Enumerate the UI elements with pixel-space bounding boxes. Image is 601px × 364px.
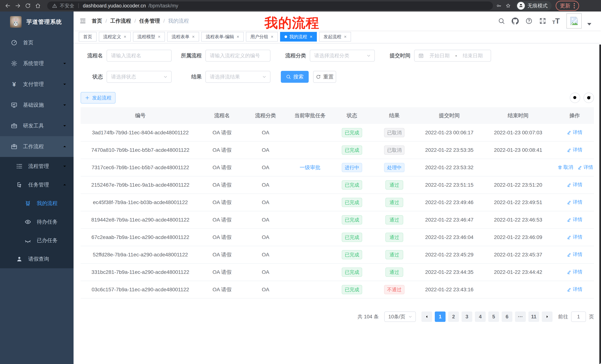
- help-icon[interactable]: [525, 17, 533, 25]
- primary-tag: 处理中: [384, 163, 404, 172]
- breadcrumb-item-home[interactable]: 首页: [92, 18, 102, 25]
- next-page-button[interactable]: [542, 312, 552, 322]
- process-table: 编号流程名流程分类当前审批任务状态结果提交时间结束时间操作 3ad174fb-7…: [80, 107, 594, 298]
- action-detail-link[interactable]: 详情: [567, 129, 582, 136]
- chevron-down-icon: [62, 82, 67, 87]
- refresh-table-button[interactable]: [583, 93, 594, 103]
- action-detail-link[interactable]: 详情: [567, 199, 582, 205]
- page-size-select[interactable]: 10条/页: [384, 312, 416, 322]
- key-icon[interactable]: [496, 2, 502, 9]
- action-detail-link[interactable]: 详情: [567, 216, 582, 223]
- page-1-button[interactable]: 1: [435, 312, 446, 322]
- bookmark-star-icon[interactable]: [505, 2, 511, 9]
- sidebar-item-process-mgmt[interactable]: 流程管理: [0, 157, 74, 175]
- security-warning-icon: [52, 3, 57, 8]
- sidebar-item-devtools[interactable]: 研发工具: [0, 115, 74, 136]
- sidebar-item-task-mgmt[interactable]: 任务管理: [0, 175, 74, 194]
- app-logo[interactable]: 🐰 芋道管理系统: [0, 11, 74, 32]
- start-process-button[interactable]: 发起流程: [80, 92, 116, 104]
- result-select[interactable]: 请选择流结果: [205, 71, 270, 83]
- action-cancel-link[interactable]: 取消: [558, 164, 573, 171]
- action-detail-link[interactable]: 详情: [567, 286, 582, 293]
- sidebar-item-workflow[interactable]: 工作流程: [0, 136, 74, 157]
- browser-update-button[interactable]: 更新: [556, 1, 579, 11]
- tab-close-icon[interactable]: ×: [192, 35, 195, 39]
- page-11-button[interactable]: 11: [528, 312, 539, 322]
- tab-close-icon[interactable]: ×: [158, 35, 160, 39]
- toggle-search-button[interactable]: [570, 93, 580, 103]
- reload-icon[interactable]: [24, 2, 31, 10]
- top-navbar: 首页 / 工作流程 / 任务管理 / 我的流程 TT: [74, 11, 601, 30]
- sidebar-item-leave-query[interactable]: 请假查询: [0, 250, 74, 268]
- tab-home[interactable]: 首页: [79, 32, 97, 42]
- search-icon[interactable]: [497, 17, 506, 25]
- tab-close-icon[interactable]: ×: [237, 35, 239, 39]
- prev-page-button[interactable]: [421, 312, 432, 322]
- tab-process-model[interactable]: 流程模型×: [133, 32, 165, 42]
- cell-process-name: OA 请假: [200, 124, 244, 141]
- sidebar-item-infra[interactable]: 基础设施: [0, 95, 74, 115]
- home-icon[interactable]: [34, 2, 42, 10]
- approve-task-link[interactable]: 一级审批: [300, 164, 320, 170]
- goto-page-input[interactable]: [571, 312, 586, 322]
- status-select[interactable]: 请选择状态: [107, 71, 172, 83]
- sidebar-item-done-tasks[interactable]: 已办任务: [0, 231, 74, 250]
- tab-user-group[interactable]: 用户分组×: [246, 32, 278, 42]
- address-bar[interactable]: 不安全 dashboard.yudao.iocoder.cn/bpm/task/…: [47, 1, 493, 10]
- incognito-badge[interactable]: 无痕模式: [516, 1, 551, 10]
- reset-button[interactable]: 重置: [313, 71, 336, 83]
- cell-id: 7317cec6-7b9b-11ec-b5b7-acde48001122: [80, 159, 200, 176]
- tab-close-icon[interactable]: ×: [310, 35, 312, 39]
- list-icon: [16, 163, 23, 170]
- briefcase-icon: [10, 143, 18, 150]
- avatar-caret-icon[interactable]: [587, 23, 591, 25]
- sidebar-item-payment[interactable]: ¥支付管理: [0, 74, 74, 95]
- tab-start-process[interactable]: 发起流程×: [319, 32, 351, 42]
- tab-close-icon[interactable]: ×: [124, 35, 126, 39]
- page-5-button[interactable]: 5: [488, 312, 499, 322]
- window-edge-scrollbar[interactable]: [599, 45, 601, 364]
- tab-process-form-edit[interactable]: 流程表单-编辑×: [201, 32, 244, 42]
- font-size-icon[interactable]: TT: [552, 17, 560, 25]
- process-definition-input[interactable]: [210, 53, 266, 59]
- action-detail-link[interactable]: 详情: [567, 147, 582, 153]
- page-ellipsis-button[interactable]: ···: [515, 312, 526, 322]
- action-detail-link[interactable]: 详情: [578, 164, 593, 171]
- page-4-button[interactable]: 4: [475, 312, 486, 322]
- url-host: dashboard.yudao.iocoder.cn: [83, 3, 146, 9]
- process-category-select[interactable]: 请选择流程分类: [310, 50, 375, 62]
- breadcrumb-item-workflow[interactable]: 工作流程: [110, 18, 131, 25]
- process-name-input[interactable]: [111, 53, 167, 59]
- search-button[interactable]: 搜索: [281, 71, 309, 83]
- sidebar: 🐰 芋道管理系统 首页系统管理¥支付管理基础设施研发工具工作流程流程管理任务管理…: [0, 11, 74, 364]
- action-detail-link[interactable]: 详情: [567, 182, 582, 188]
- github-icon[interactable]: [511, 17, 519, 25]
- avatar[interactable]: [566, 13, 582, 29]
- browser-menu-icon[interactable]: [574, 3, 575, 8]
- edit-icon: [578, 165, 582, 170]
- submit-time-range-picker[interactable]: 开始日期 - 结束日期: [414, 50, 491, 62]
- breadcrumb-item-task-mgmt[interactable]: 任务管理: [139, 18, 160, 25]
- page-6-button[interactable]: 6: [502, 312, 512, 322]
- page-3-button[interactable]: 3: [461, 312, 472, 322]
- forward-icon[interactable]: [14, 2, 21, 10]
- action-detail-link[interactable]: 详情: [567, 251, 582, 258]
- sidebar-item-my-process[interactable]: 我的流程: [0, 194, 74, 213]
- tab-process-form[interactable]: 流程表单×: [167, 32, 199, 42]
- action-detail-link[interactable]: 详情: [567, 269, 582, 275]
- app-title: 芋道管理系统: [26, 18, 62, 26]
- tab-close-icon[interactable]: ×: [271, 35, 273, 39]
- sidebar-item-system[interactable]: 系统管理: [0, 53, 74, 74]
- sidebar-item-label: 工作流程: [23, 143, 44, 150]
- tab-my-process[interactable]: 我的流程×: [280, 32, 317, 42]
- fullscreen-icon[interactable]: [539, 17, 547, 25]
- page-2-button[interactable]: 2: [448, 312, 459, 322]
- tab-close-icon[interactable]: ×: [344, 35, 347, 39]
- tab-process-definition[interactable]: 流程定义×: [99, 32, 131, 42]
- sidebar-item-todo-tasks[interactable]: 待办任务: [0, 213, 74, 231]
- cell-category: OA: [244, 281, 287, 298]
- back-icon[interactable]: [4, 2, 11, 10]
- action-detail-link[interactable]: 详情: [567, 234, 582, 240]
- hamburger-icon[interactable]: [79, 17, 87, 25]
- sidebar-item-home[interactable]: 首页: [0, 32, 74, 53]
